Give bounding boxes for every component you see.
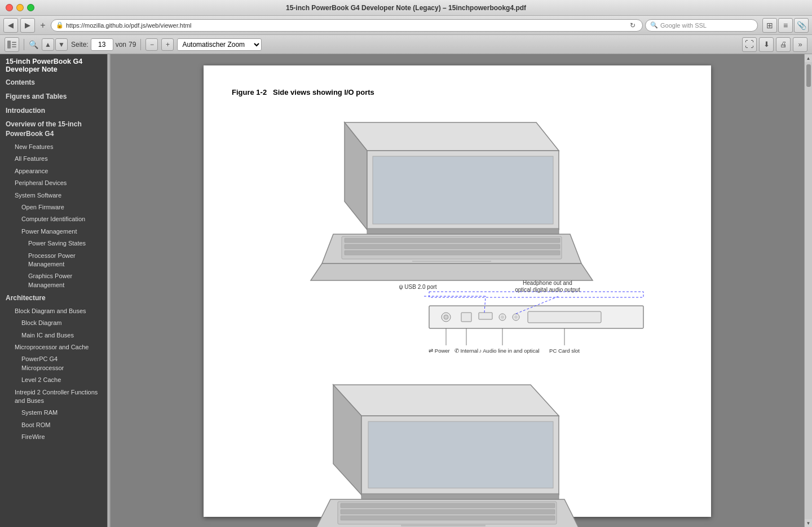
svg-rect-2: [12, 44, 16, 45]
sidebar-item-bootrom[interactable]: Boot ROM: [0, 419, 107, 431]
window-controls: [6, 4, 34, 11]
svg-rect-47: [368, 421, 553, 488]
bottom-laptop-svg: ↯ FireWire 400 port ↔ Gigabit Ethernet p…: [243, 371, 672, 527]
nav-bar: ◀ ▶ + 🔒 https://mozilla.github.io/pdf.js…: [0, 16, 812, 35]
add-tab-button[interactable]: +: [37, 18, 48, 33]
toolbar-right-buttons: ⛶ ⬇ 🖨 »: [742, 37, 807, 52]
svg-rect-7: [373, 156, 553, 224]
svg-rect-52: [341, 510, 555, 514]
svg-text:Headphone out and: Headphone out and: [523, 280, 572, 286]
nav-forward-button[interactable]: ▶: [20, 18, 35, 33]
svg-rect-12: [345, 244, 560, 249]
next-page-button[interactable]: ▼: [55, 38, 68, 51]
nav-icon-btn-1[interactable]: ⊞: [762, 18, 777, 33]
zoom-plus-button[interactable]: +: [161, 38, 174, 51]
page-sep: von: [116, 41, 126, 49]
separator-1: [24, 39, 24, 50]
svg-rect-8: [367, 229, 559, 234]
page-input[interactable]: [91, 38, 113, 51]
sidebar-item-block-diagram-buses[interactable]: Block Diagram and Buses: [0, 305, 107, 317]
sidebar-item-open-firmware[interactable]: Open Firmware: [0, 201, 107, 213]
sidebar-splitter[interactable]: [107, 54, 111, 527]
right-scrollbar[interactable]: ▲ ▼: [804, 54, 812, 527]
sidebar-item-new-features[interactable]: New Features: [0, 141, 107, 153]
minimize-button[interactable]: [16, 4, 24, 11]
sidebar-item-block-diagram[interactable]: Block Diagram: [0, 317, 107, 329]
page-navigation: Seite: von 79: [71, 38, 136, 51]
title-bar: 15-inch PowerBook G4 Developer Note (Leg…: [0, 0, 812, 16]
bottom-diagram-section: ↯ FireWire 400 port ↔ Gigabit Ethernet p…: [232, 371, 683, 527]
more-button[interactable]: »: [793, 37, 807, 52]
svg-text:✆ Internal: ✆ Internal: [454, 348, 478, 354]
svg-rect-11: [345, 238, 560, 243]
sidebar: 15-inch PowerBook G4 Developer Note Cont…: [0, 54, 107, 527]
sidebar-item-processor-power[interactable]: Processor Power Management: [0, 250, 107, 271]
prev-page-button[interactable]: ▲: [42, 38, 54, 51]
pdf-area[interactable]: Figure 1-2 Side views showing I/O ports: [111, 54, 804, 527]
maximize-button[interactable]: [27, 4, 34, 11]
sidebar-item-firewire[interactable]: FireWire: [0, 431, 107, 443]
svg-point-18: [444, 315, 448, 319]
svg-point-24: [514, 315, 518, 319]
svg-marker-44: [333, 385, 559, 416]
scrollbar-thumb[interactable]: [806, 64, 811, 87]
sidebar-item-overview[interactable]: Overview of the 15-inch PowerBook G4: [0, 117, 107, 141]
sidebar-item-computer-id[interactable]: Computer Identification: [0, 213, 107, 225]
sidebar-item-main-ic[interactable]: Main IC and Buses: [0, 330, 107, 341]
sidebar-item-l2-cache[interactable]: Level 2 Cache: [0, 374, 107, 386]
svg-marker-15: [311, 264, 593, 280]
sidebar-header: 15-inch PowerBook G4 Developer Note: [0, 54, 107, 76]
svg-rect-54: [401, 524, 486, 526]
svg-text:♪ Audio line in and optical: ♪ Audio line in and optical: [479, 348, 539, 354]
svg-rect-19: [461, 313, 471, 322]
top-laptop-svg: ψ USB 2.0 port Headphone out and optical…: [243, 106, 672, 354]
figure-title: Figure 1-2 Side views showing I/O ports: [232, 88, 683, 96]
download-button[interactable]: ⬇: [759, 37, 774, 52]
sidebar-item-contents[interactable]: Contents: [0, 76, 107, 90]
sidebar-item-intrepid[interactable]: Intrepid 2 Controller Functions and Buse…: [0, 387, 107, 407]
nav-back-button[interactable]: ◀: [3, 18, 18, 33]
scrollbar-up-button[interactable]: ▲: [805, 54, 813, 62]
sidebar-item-architecture[interactable]: Architecture: [0, 291, 107, 305]
print-button[interactable]: 🖨: [776, 37, 791, 52]
address-text: https://mozilla.github.io/pdf.js/web/vie…: [66, 22, 628, 29]
sidebar-item-graphics-power[interactable]: Graphics Power Management: [0, 270, 107, 291]
sidebar-item-microprocessor[interactable]: Microprocessor and Cache: [0, 341, 107, 353]
svg-point-22: [501, 315, 504, 319]
sidebar-toggle-button[interactable]: [5, 37, 19, 52]
zoom-select[interactable]: Automatischer Zoom 50% 75% 100% 125% 150…: [177, 38, 262, 51]
address-bar[interactable]: 🔒 https://mozilla.github.io/pdf.js/web/v…: [51, 19, 643, 32]
zoom-minus-button[interactable]: −: [145, 38, 158, 51]
search-toolbar-icon[interactable]: 🔍: [29, 40, 38, 49]
scrollbar-down-button[interactable]: ▼: [805, 519, 813, 527]
sidebar-item-appearance[interactable]: Appearance: [0, 165, 107, 177]
refresh-button[interactable]: ↻: [628, 20, 638, 30]
nav-extra-buttons: ⊞ ≡ 📎: [762, 18, 809, 33]
search-text: Google with SSL: [660, 22, 707, 29]
svg-rect-20: [479, 313, 492, 319]
sidebar-item-system-software[interactable]: System Software: [0, 190, 107, 201]
nav-icon-btn-3[interactable]: 📎: [794, 18, 809, 33]
svg-rect-25: [528, 311, 601, 323]
svg-rect-48: [361, 494, 559, 499]
nav-icon-btn-2[interactable]: ≡: [778, 18, 793, 33]
scrollbar-track: [806, 62, 811, 519]
fullscreen-button[interactable]: ⛶: [742, 37, 757, 52]
svg-rect-1: [12, 42, 16, 43]
sidebar-item-power-saving[interactable]: Power Saving States: [0, 238, 107, 249]
sidebar-item-power-mgmt[interactable]: Power Management: [0, 226, 107, 238]
close-button[interactable]: [6, 4, 13, 11]
sidebar-item-sysram[interactable]: System RAM: [0, 407, 107, 419]
sidebar-item-all-features[interactable]: All Features: [0, 153, 107, 165]
search-icon: 🔍: [650, 21, 658, 29]
separator-2: [140, 39, 141, 50]
sidebar-item-intro[interactable]: Introduction: [0, 104, 107, 118]
page-total: 79: [129, 41, 136, 49]
top-diagram-section: ψ USB 2.0 port Headphone out and optical…: [232, 106, 683, 354]
svg-rect-14: [412, 261, 491, 262]
sidebar-item-figures[interactable]: Figures and Tables: [0, 90, 107, 104]
sidebar-item-peripheral[interactable]: Peripheral Devices: [0, 177, 107, 189]
search-bar[interactable]: 🔍 Google with SSL: [645, 19, 758, 32]
sidebar-item-powerpc[interactable]: PowerPC G4 Microprocessor: [0, 353, 107, 374]
svg-rect-3: [12, 46, 16, 47]
